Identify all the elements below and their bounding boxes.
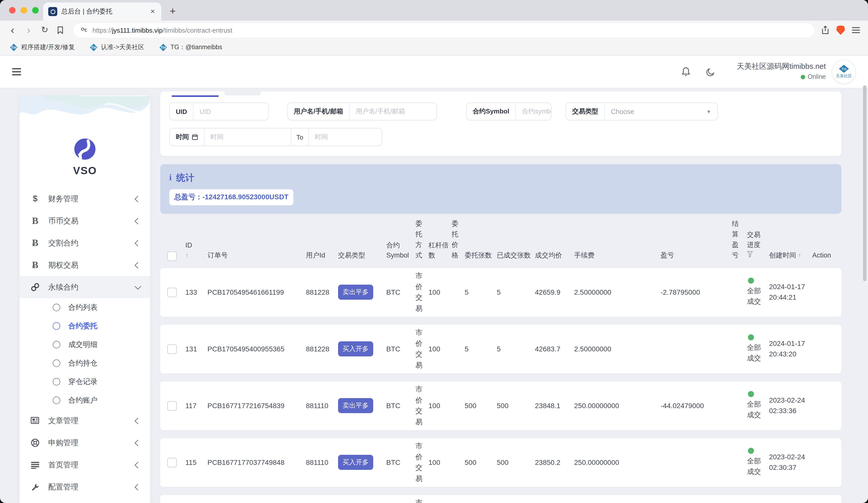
sidebar-item-finance[interactable]: $ 财务管理 bbox=[20, 188, 150, 210]
active-tab-stub[interactable] bbox=[172, 91, 218, 97]
symbol-input[interactable]: 合约symbol bbox=[516, 103, 551, 120]
browser-tab[interactable]: 总后台 | 合约委托 ✕ bbox=[43, 2, 161, 21]
sidebar-item-spot-trade[interactable]: B 币币交易 bbox=[20, 210, 150, 232]
table-row: 133 PCB1705495461661199 881228 卖出平多 BTC … bbox=[160, 268, 841, 316]
sidebar-subitem-contract-entrust[interactable]: 合约委托 bbox=[20, 317, 150, 335]
progress-status-dot bbox=[748, 334, 754, 340]
select-all-checkbox[interactable] bbox=[167, 251, 177, 261]
col-header-pnl: 盈亏 bbox=[629, 251, 732, 261]
new-tab-button[interactable]: + bbox=[170, 5, 176, 17]
wrench-icon bbox=[30, 483, 41, 491]
select-caret-icon: ▼ bbox=[706, 109, 711, 114]
progress-status-dot bbox=[748, 391, 754, 397]
cell-fee: 2.50000000 bbox=[574, 345, 629, 353]
table-row: 131 PCB1705495400955365 881228 买入开多 BTC … bbox=[160, 325, 841, 373]
time-to-input[interactable]: 时间 bbox=[309, 128, 334, 146]
info-icon: i bbox=[169, 173, 172, 183]
sidebar-subitem-trade-detail[interactable]: 成交明细 bbox=[20, 335, 150, 354]
radio-icon bbox=[53, 397, 60, 404]
trade-type-badge: 卖出平多 bbox=[338, 285, 373, 300]
sidebar-item-config-manage[interactable]: 配置管理 bbox=[20, 476, 150, 498]
zoom-window-button[interactable] bbox=[32, 7, 39, 13]
bitcoin-icon: Ƀ bbox=[30, 260, 41, 271]
bookmark-favicon: Tm bbox=[10, 44, 18, 51]
cell-created: 2023-02-24 02:30:37 bbox=[769, 452, 812, 473]
sidebar-subitem-contract-position[interactable]: 合约持仓 bbox=[20, 354, 150, 373]
col-header-order-no: 订单号 bbox=[207, 251, 306, 261]
row-checkbox[interactable] bbox=[167, 287, 177, 297]
username-filter[interactable]: 用户名/手机/邮箱 用户名/手机/邮箱 bbox=[287, 102, 437, 120]
cell-filled-qty: 5 bbox=[497, 345, 535, 353]
uid-filter[interactable]: UID UID bbox=[169, 102, 269, 120]
sidebar-toggle-icon[interactable] bbox=[12, 66, 21, 77]
col-header-entrust-price: 委托价格 bbox=[452, 219, 465, 261]
avatar[interactable]: Tm 天美社区 bbox=[832, 60, 856, 84]
symbol-filter[interactable]: 合约Symbol 合约symbol bbox=[466, 102, 551, 120]
cell-avg-price: 23848.1 bbox=[535, 401, 574, 410]
sidebar-subitem-liquidation-record[interactable]: 穿仓记录 bbox=[20, 373, 150, 391]
bookmark-icon[interactable] bbox=[54, 26, 66, 34]
reload-icon[interactable]: ↻ bbox=[38, 24, 51, 36]
bookmark-item[interactable]: Tm程序搭建/开发/修复 bbox=[10, 43, 75, 52]
col-header-filled-qty: 已成交张数 bbox=[497, 251, 535, 261]
row-checkbox[interactable] bbox=[167, 458, 177, 467]
trade-type-select[interactable]: Choose▼ bbox=[605, 103, 717, 120]
scrollbar-thumb[interactable] bbox=[863, 85, 867, 281]
cell-pnl: -2.78795000 bbox=[629, 288, 732, 296]
cell-id: 131 bbox=[185, 345, 207, 353]
sidebar-subitem-contract-list[interactable]: 合约列表 bbox=[20, 298, 150, 317]
dark-mode-moon-icon[interactable] bbox=[706, 67, 715, 76]
cell-entrust-qty: 5 bbox=[465, 345, 497, 353]
tab-favicon bbox=[48, 7, 57, 16]
logo-text: VSO bbox=[20, 165, 150, 177]
col-header-action: Action bbox=[812, 251, 834, 261]
filter-panel: UID UID 用户名/手机/邮箱 用户名/手机/邮箱 合约Symbol 合约s… bbox=[160, 91, 841, 156]
trade-type-badge: 买入开多 bbox=[338, 341, 373, 356]
sidebar-item-options-trade[interactable]: Ƀ 期权交易 bbox=[20, 254, 150, 276]
url-bar[interactable]: https://jys111.timibbs.vip/timibbs/contr… bbox=[73, 23, 814, 38]
col-header-settle-pnl: 结算盈亏 bbox=[732, 219, 747, 261]
bookmark-item[interactable]: Tm认准->天美社区 bbox=[90, 43, 144, 52]
minimize-window-button[interactable] bbox=[21, 7, 27, 13]
cell-id: 133 bbox=[185, 288, 207, 296]
sidebar-item-perpetual-contract[interactable]: 永续合约 bbox=[20, 276, 150, 298]
time-from-input[interactable]: 时间 bbox=[205, 128, 291, 146]
col-header-id[interactable]: ID↑ bbox=[185, 240, 207, 261]
forward-icon[interactable]: › bbox=[22, 24, 35, 36]
username-input[interactable]: 用户名/手机/邮箱 bbox=[350, 103, 411, 120]
row-checkbox[interactable] bbox=[167, 401, 177, 410]
cell-entrust-mode: 市价交易 bbox=[415, 384, 428, 428]
cell-order-no: PCB1677177216754839 bbox=[207, 401, 306, 410]
time-range-filter[interactable]: 时间 时间 To 时间 bbox=[169, 128, 382, 146]
sidebar-item-article-manage[interactable]: 文章管理 bbox=[20, 410, 150, 432]
close-window-button[interactable] bbox=[9, 7, 16, 13]
back-icon[interactable]: ‹ bbox=[6, 24, 19, 36]
cell-filled-qty: 5 bbox=[497, 288, 535, 296]
notification-bell-icon[interactable] bbox=[681, 67, 691, 77]
sidebar-item-homepage-manage[interactable]: 首页管理 bbox=[20, 454, 150, 476]
coin-icon: B bbox=[30, 216, 41, 227]
cell-leverage: 100 bbox=[428, 345, 452, 353]
browser-menu-icon[interactable] bbox=[852, 25, 860, 35]
inactive-tab-stub[interactable] bbox=[225, 91, 261, 95]
sidebar-item-subscription-manage[interactable]: 申购管理 bbox=[20, 432, 150, 454]
uid-input[interactable]: UID bbox=[194, 103, 217, 120]
macos-traffic-lights[interactable] bbox=[9, 7, 39, 13]
bookmark-item[interactable]: TmTG：@tianmeibbs bbox=[159, 43, 222, 52]
radio-icon bbox=[53, 304, 60, 311]
trade-type-filter[interactable]: 交易类型 Choose▼ bbox=[566, 102, 718, 120]
row-checkbox[interactable] bbox=[167, 344, 177, 354]
sidebar-item-delivery-contract[interactable]: Ƀ 交割合约 bbox=[20, 232, 150, 254]
sidebar-item-risk-manage[interactable]: 风控管理 bbox=[20, 498, 150, 503]
sidebar-subitem-contract-account[interactable]: 合约账户 bbox=[20, 391, 150, 410]
filter-funnel-icon[interactable] bbox=[747, 251, 753, 258]
cell-created: 2024-01-17 20:44:21 bbox=[769, 282, 812, 303]
cell-symbol: BTC bbox=[386, 345, 415, 353]
table-row: 113 PCB1天美社区源码网timibbs.net 881098 卖出平多 B… bbox=[160, 495, 841, 503]
tab-close-icon[interactable]: ✕ bbox=[149, 8, 156, 15]
share-icon[interactable] bbox=[821, 25, 829, 35]
col-header-created[interactable]: 创建时间 ↑ bbox=[769, 251, 812, 261]
browser-window: 总后台 | 合约委托 ✕ + ‹ › ↻ https://jys111.timi… bbox=[0, 0, 868, 503]
col-header-progress[interactable]: 交易进度 bbox=[747, 230, 769, 261]
brave-shield-icon[interactable] bbox=[836, 25, 845, 35]
